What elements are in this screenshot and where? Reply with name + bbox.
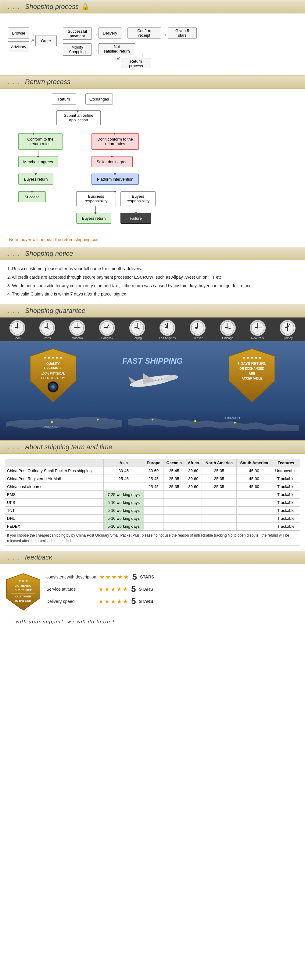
clock-label-seoul: Seoul xyxy=(13,336,21,340)
arrow4: → xyxy=(92,32,98,38)
cell-4-europe xyxy=(144,499,163,507)
star-1-1: ★ xyxy=(99,573,104,581)
shopping-guarantee-title: Shopping guarantee xyxy=(25,307,85,315)
cell-2-features: Trackable xyxy=(272,483,300,491)
cell-6-europe xyxy=(144,515,163,523)
clock-face-beijing xyxy=(129,320,145,336)
v-line-2 xyxy=(78,125,78,133)
notice-item-4: 4. The valid Claims time is within 7 day… xyxy=(7,291,298,298)
advisory-box: Advisory xyxy=(8,41,29,52)
star-1-5: ★ xyxy=(123,573,129,581)
stars-3: ★ ★ ★ ★ ★ xyxy=(98,598,128,605)
shield2-container: ★ ★ ★ ★ ★ 7 DAYS RETURN OR EXCHANGED ARE… xyxy=(228,347,277,404)
shipping-section: Asia Europe Oceania Africa North America… xyxy=(0,454,305,550)
svg-text:7 DAYS RETURN: 7 DAYS RETURN xyxy=(238,361,267,366)
svg-point-27 xyxy=(197,327,198,328)
svg-text:LOS ANGELES: LOS ANGELES xyxy=(225,417,245,420)
cell-7-oceania xyxy=(163,523,185,530)
cell-1-label: China Post Registered Air Mail xyxy=(5,475,104,483)
shopping-notice-title: Shopping notice xyxy=(25,250,73,258)
feedback-row-2: Service attitude ★ ★ ★ ★ ★ 5 STARS xyxy=(46,584,300,594)
cell-7-features: Trackable xyxy=(272,523,300,530)
cell-6-oceania xyxy=(163,515,185,523)
return-box: Return xyxy=(52,94,76,105)
shield2: ★ ★ ★ ★ ★ 7 DAYS RETURN OR EXCHANGED ARE… xyxy=(228,347,277,404)
shopping-notice-section: 1. Russia customer please offer us your … xyxy=(0,260,305,304)
feedback-row-1: consistent with description ★ ★ ★ ★ ★ 5 … xyxy=(46,572,300,582)
down-arrow-11: ▼ xyxy=(134,211,137,215)
confirm-receipt-box: Confirm receipt xyxy=(128,27,161,38)
clock-new-york: New York xyxy=(250,320,265,340)
cell-3-features: Trackable xyxy=(272,491,300,499)
cell-4-features: Trackable xyxy=(272,499,300,507)
clock-paris: Paris xyxy=(40,320,55,340)
clock-label-beijing: Beijing xyxy=(133,336,142,340)
header-dots-3: ...... xyxy=(5,250,22,258)
star-2-5: ★ xyxy=(123,585,128,593)
svg-point-15 xyxy=(106,327,107,328)
authentic-badge: ★ ★ ★ AUTHENTIC GUARANTEE CUSTOMER IS TH… xyxy=(5,572,41,612)
return-process-header: ...... Return process xyxy=(0,75,305,89)
given-5-stars-box: Given 5 stars xyxy=(168,27,197,38)
world-map-svg: AUSTRALIA LOS ANGELES xyxy=(6,410,299,440)
cell-4-label: UPS xyxy=(5,499,104,507)
star-3-4: ★ xyxy=(117,598,122,605)
cell-6-asia: 5-10 working days xyxy=(103,515,144,523)
col-header-south-america: South America xyxy=(236,459,272,467)
cell-1-north_america: 25-35 xyxy=(202,475,237,483)
svg-point-65 xyxy=(97,418,98,420)
svg-text:★ ★ ★ ★ ★: ★ ★ ★ ★ ★ xyxy=(242,356,262,360)
shopping-guarantee-header: ...... Shopping guarantee xyxy=(0,304,305,318)
modify-shopping-box: Modify Shopping xyxy=(63,43,92,56)
cell-7-africa xyxy=(185,523,202,530)
cell-0-africa: 30-60 xyxy=(185,467,202,475)
cell-1-south_america: 45-90 xyxy=(236,475,272,483)
cell-0-features: Untraceable xyxy=(272,467,300,475)
clock-label-bangkok: Bangkok xyxy=(101,336,113,340)
svg-point-31 xyxy=(227,327,228,328)
arrow3: → xyxy=(57,32,63,38)
clock-face-denver xyxy=(190,320,205,336)
down-arrow-2: ▼ xyxy=(32,131,35,136)
cell-1-features: Trackable xyxy=(272,475,300,483)
cell-3-label: EMS xyxy=(5,491,104,499)
arrow9: ↓ xyxy=(140,54,147,57)
clock-face-los-angeles xyxy=(160,320,175,336)
clock-face-chicago xyxy=(220,320,236,336)
cell-5-north_america xyxy=(202,507,237,515)
dont-conform-rules-box: Don't conform to the return rules xyxy=(92,133,139,150)
notice-item-2: 2. All credit cards are accepted through… xyxy=(7,274,298,281)
svg-point-68 xyxy=(234,422,236,423)
cell-6-label: DHL xyxy=(5,515,104,523)
clock-label-denver: Denver xyxy=(193,336,202,340)
svg-text:AUSTRALIA: AUSTRALIA xyxy=(44,425,60,428)
table-row: China post air parcel25-4525-3530-6025-3… xyxy=(5,483,300,491)
return-process-box: Return process xyxy=(121,58,151,69)
header-dots-2: ...... xyxy=(5,78,22,86)
cell-6-south_america xyxy=(236,515,272,523)
feedback-content: ★ ★ ★ AUTHENTIC GUARANTEE CUSTOMER IS TH… xyxy=(5,569,300,615)
star-3-2: ★ xyxy=(104,598,110,605)
return-note: Note: buyer will be bear the return ship… xyxy=(6,237,299,242)
feedback-label-2: Service attitude xyxy=(46,587,95,592)
cell-5-label: TNT xyxy=(5,507,104,515)
shipping-term-header: ...... About shipping term and time xyxy=(0,440,305,454)
clock-label-sydney: Sydney xyxy=(283,336,292,340)
table-header-row: Asia Europe Oceania Africa North America… xyxy=(5,459,300,467)
shopping-process-title: Shopping process xyxy=(25,3,79,11)
feedback-header: ...... feedback xyxy=(0,550,305,564)
successful-payment-box: Successful payment xyxy=(63,27,92,40)
arrow5: → xyxy=(122,32,128,38)
arrow7: → xyxy=(92,48,98,54)
clock-bangkok: Bangkok xyxy=(99,320,115,340)
star-1-3: ★ xyxy=(111,573,117,581)
col-header-africa: Africa xyxy=(185,459,202,467)
svg-text:IS THE GOD: IS THE GOD xyxy=(15,599,32,602)
clock-seoul: Seoul xyxy=(9,320,25,340)
star-3-5: ★ xyxy=(123,598,128,605)
clock-label-paris: Paris xyxy=(44,336,51,340)
exchanges-box: Exchanges xyxy=(85,94,113,105)
cell-5-europe xyxy=(144,507,163,515)
cell-5-features: Trackable xyxy=(272,507,300,515)
h-line-1 xyxy=(33,133,79,133)
